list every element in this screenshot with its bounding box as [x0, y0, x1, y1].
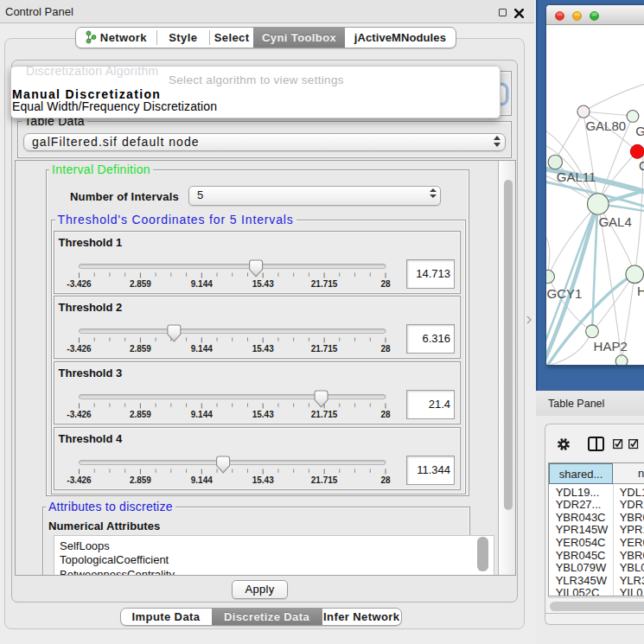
svg-text:28: 28 — [380, 278, 391, 288]
svg-text:-3.426: -3.426 — [67, 344, 92, 354]
svg-text:GAL80: GAL80 — [585, 118, 626, 133]
svg-text:HI: HI — [637, 284, 644, 298]
svg-text:2.859: 2.859 — [129, 278, 150, 288]
svg-text:2.859: 2.859 — [129, 344, 150, 354]
svg-text:9.144: 9.144 — [190, 410, 212, 419]
svg-text:2.859: 2.859 — [129, 475, 150, 484]
svg-text:21.715: 21.715 — [310, 344, 337, 354]
svg-text:2.859: 2.859 — [129, 410, 150, 419]
svg-text:15.43: 15.43 — [252, 475, 273, 484]
svg-text:GCY1: GCY1 — [547, 286, 583, 301]
svg-text:21.715: 21.715 — [310, 475, 337, 484]
svg-text:GAL11: GAL11 — [557, 169, 596, 184]
svg-text:15.43: 15.43 — [252, 344, 273, 354]
svg-text:9.144: 9.144 — [190, 344, 212, 354]
svg-text:9.144: 9.144 — [190, 278, 212, 288]
svg-text:28: 28 — [380, 344, 391, 354]
svg-text:-3.426: -3.426 — [67, 410, 92, 419]
svg-text:15.43: 15.43 — [252, 410, 273, 419]
svg-text:21.715: 21.715 — [310, 410, 337, 419]
svg-text:15.43: 15.43 — [252, 278, 273, 288]
svg-text:CY: CY — [639, 158, 644, 173]
svg-text:GAL4: GAL4 — [598, 214, 631, 229]
svg-text:9.144: 9.144 — [190, 475, 212, 484]
svg-text:28: 28 — [380, 475, 391, 484]
svg-text:-3.426: -3.426 — [67, 475, 92, 484]
svg-text:-3.426: -3.426 — [67, 278, 92, 288]
svg-text:HAP2: HAP2 — [594, 339, 628, 354]
svg-text:28: 28 — [380, 410, 391, 419]
svg-text:21.715: 21.715 — [310, 278, 337, 288]
svg-text:GA: GA — [635, 124, 644, 138]
